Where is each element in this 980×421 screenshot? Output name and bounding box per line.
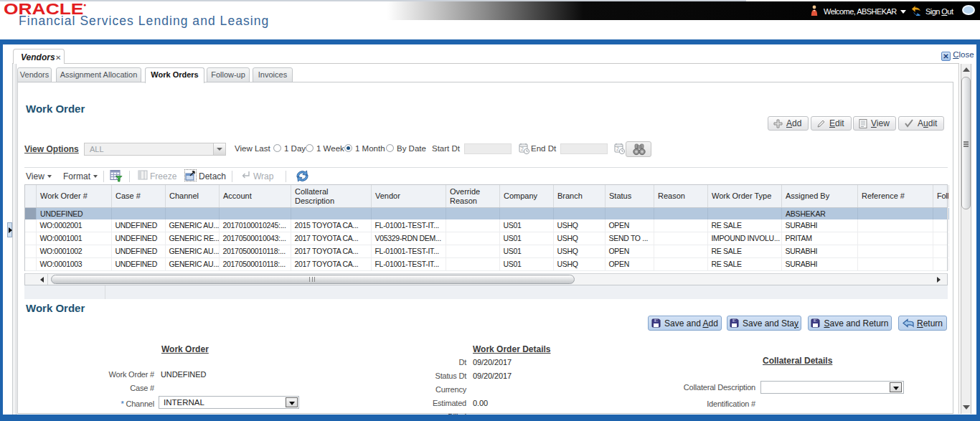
svg-text:2: 2 <box>616 146 619 151</box>
svg-text:2: 2 <box>521 146 524 151</box>
